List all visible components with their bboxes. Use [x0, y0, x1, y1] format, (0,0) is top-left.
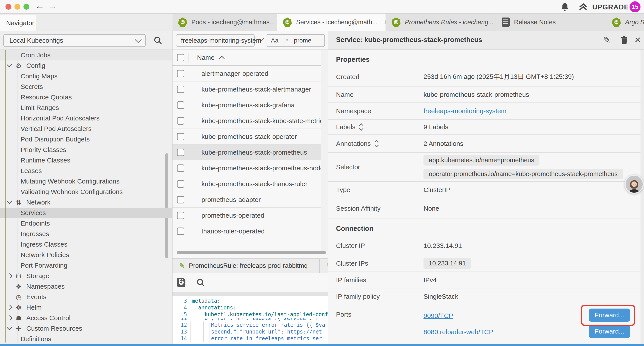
upgrade-button[interactable]: UPGRADE [578, 2, 629, 12]
sidebar-item[interactable]: Runtime Classes [0, 155, 172, 166]
row-checkbox[interactable] [177, 212, 184, 219]
property-row-selector: Selector app.kubernetes.io/name=promethe… [328, 153, 640, 182]
row-checkbox[interactable] [177, 133, 184, 140]
tab-prometheus-rules[interactable]: ☸ Prometheus Rules - icecheng... [386, 13, 496, 31]
tab-strip: Navigator ☸ Pods - icecheng@mathmas... ☸… [0, 13, 644, 31]
table-scrollbar[interactable] [321, 50, 328, 251]
row-checkbox[interactable] [177, 196, 184, 203]
search-icon[interactable] [196, 278, 205, 287]
kubeconfig-selector[interactable]: Local Kubeconfigs [3, 34, 146, 47]
table-row[interactable]: alertmanager-operated [172, 66, 328, 81]
filter-input[interactable]: Aa .* prome [266, 34, 325, 47]
forward-button[interactable]: Forward... [589, 309, 630, 322]
save-icon[interactable] [176, 277, 186, 288]
tab-argo[interactable]: ☸ Argo Se [606, 13, 644, 31]
sidebar-item[interactable]: Ingresses [0, 229, 172, 239]
table-row[interactable]: kube-prometheus-stack-kube-state-metrics [172, 113, 328, 129]
match-case-icon[interactable]: Aa [271, 37, 278, 44]
notification-badge[interactable]: 15 [630, 1, 640, 12]
search-icon[interactable] [154, 36, 162, 45]
sidebar-item[interactable]: Endpoints [0, 218, 172, 229]
tab-navigator[interactable]: Navigator [0, 15, 36, 31]
window-zoom-button[interactable] [24, 4, 29, 10]
namespace-selector[interactable]: freeleaps-monitoring-system [176, 34, 255, 47]
editor-tab-prometheusrule[interactable]: ✎ PrometheusRule: freeleaps-prod-rabbitm… [172, 259, 320, 273]
sidebar-item[interactable]: Config Maps [0, 71, 172, 81]
table-row[interactable]: kube-prometheus-stack-thanos-ruler [172, 176, 328, 192]
sidebar-item[interactable]: Mutating Webhook Configurations [0, 176, 172, 187]
tab-release-notes[interactable]: Release Notes [496, 13, 606, 31]
window-close-button[interactable] [6, 4, 12, 10]
tab-services[interactable]: ☸ Services - icecheng@math... × [277, 13, 386, 31]
sidebar-item[interactable]: Definitions [0, 334, 172, 344]
row-checkbox[interactable] [177, 70, 184, 77]
window-minimize-button[interactable] [14, 4, 20, 10]
sidebar-item[interactable]: ❖ Namespaces [0, 281, 172, 292]
sidebar-item[interactable]: ☗ Access Control [0, 313, 172, 323]
yaml-editor[interactable]: 3metadata: 4annotations: 5kubectl.kubern… [172, 296, 328, 346]
regex-icon[interactable]: .* [284, 37, 288, 44]
row-checkbox[interactable] [177, 117, 184, 125]
drawer-scrollbar[interactable] [640, 50, 644, 346]
bell-icon[interactable] [560, 2, 570, 12]
editor-tab-partial[interactable]: ✎ [320, 259, 328, 273]
sidebar-item[interactable]: ⚙ Config [0, 60, 172, 71]
trash-icon[interactable] [620, 35, 629, 46]
sidebar-item[interactable]: Validating Webhook Configurations [0, 187, 172, 197]
sidebar-item[interactable]: Pod Disruption Budgets [0, 134, 172, 145]
close-icon[interactable]: × [634, 35, 641, 45]
sidebar-item[interactable]: Vertical Pod Autoscalers [0, 123, 172, 134]
row-checkbox[interactable] [177, 86, 184, 93]
row-checkbox[interactable] [177, 180, 184, 188]
sidebar-item[interactable]: Network Policies [0, 250, 172, 260]
row-checkbox[interactable] [177, 149, 184, 156]
expand-collapse-icon[interactable] [374, 139, 380, 148]
sidebar-item[interactable]: ⇅ Network [0, 197, 172, 208]
row-checkbox[interactable] [177, 101, 184, 109]
sidebar-item[interactable]: Priority Classes [0, 145, 172, 155]
sidebar-item[interactable]: Leases [0, 166, 172, 176]
tab-pods[interactable]: ☸ Pods - icecheng@mathmas... [172, 13, 277, 31]
sidebar-item[interactable]: ☸ Helm [0, 302, 172, 313]
row-checkbox[interactable] [177, 164, 184, 172]
table-row[interactable]: kube-prometheus-stack-grafana [172, 97, 328, 113]
sidebar-item[interactable]: Cron Jobs [0, 50, 172, 60]
namespace-link[interactable]: freeleaps-monitoring-system [424, 107, 506, 114]
expand-collapse-icon[interactable] [359, 123, 364, 131]
sidebar-item-icon: ☸ [16, 304, 26, 311]
table-row[interactable]: thanos-ruler-operated [172, 223, 328, 239]
code-link[interactable]: https://net [287, 329, 322, 335]
table-row[interactable]: kube-prometheus-stack-alertmanager [172, 81, 328, 97]
sidebar-item[interactable]: Resource Quotas [0, 92, 172, 102]
sidebar-item[interactable]: Ingress Classes [0, 239, 172, 250]
property-row-name: Name kube-prometheus-stack-prometheus [328, 86, 640, 103]
back-button[interactable]: ← [35, 0, 44, 11]
sidebar-item[interactable]: ⛁ Storage [0, 271, 172, 281]
sidebar-item-label: Validating Webhook Configurations [20, 188, 123, 196]
sidebar-item[interactable]: Limit Ranges [0, 102, 172, 113]
horizontal-scrollbar[interactable] [177, 251, 326, 254]
table-row[interactable]: prometheus-adapter [172, 192, 328, 208]
sidebar-item[interactable]: ✚ Custom Resources [0, 323, 172, 334]
edit-icon[interactable]: ✎ [603, 35, 611, 45]
port-link[interactable]: 9090/TCP [424, 312, 453, 320]
table-row[interactable]: kube-prometheus-stack-operator [172, 129, 328, 145]
port-link[interactable]: 8080:reloader-web/TCP [424, 328, 494, 336]
sidebar-item[interactable]: ◷ Events [0, 292, 172, 302]
close-icon[interactable]: × [384, 17, 386, 27]
column-header-name[interactable]: Name [197, 54, 214, 61]
session-affinity-value: None [424, 205, 439, 212]
avatar[interactable] [624, 175, 644, 194]
table-row[interactable]: prometheus-operated [172, 208, 328, 223]
sidebar-item[interactable]: Port Forwarding [0, 260, 172, 271]
table-row[interactable]: kube-prometheus-stack-prometheus [172, 145, 328, 160]
forward-button[interactable]: → [48, 0, 57, 11]
row-checkbox[interactable] [177, 228, 184, 235]
select-all-checkbox[interactable] [177, 54, 184, 61]
sidebar-item[interactable]: Horizontal Pod Autoscalers [0, 113, 172, 123]
sidebar-item[interactable]: Secrets [0, 81, 172, 92]
table-row[interactable]: kube-prometheus-stack-prometheus-node-ex… [172, 160, 328, 176]
forward-button[interactable]: Forward... [589, 325, 630, 338]
kubernetes-icon: ☸ [612, 17, 621, 27]
sidebar-item[interactable]: Services [0, 208, 172, 218]
